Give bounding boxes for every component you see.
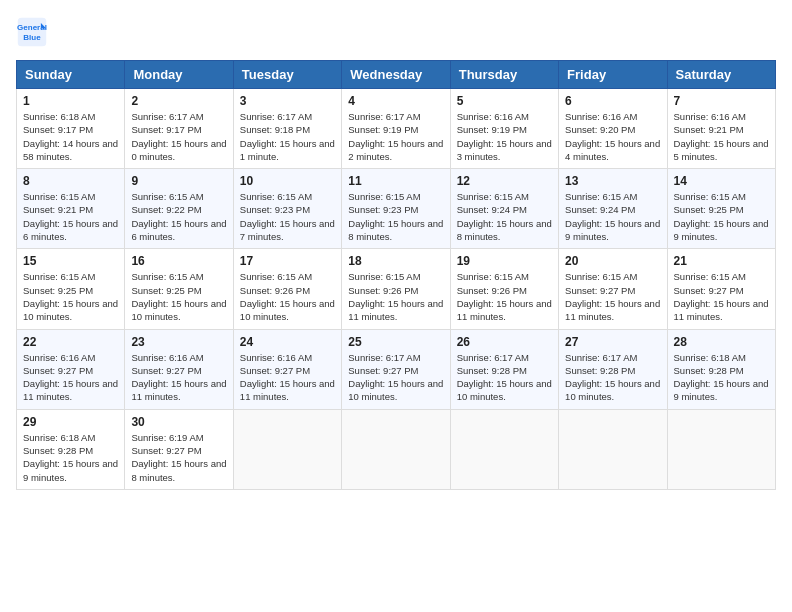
column-header-friday: Friday <box>559 61 667 89</box>
calendar-cell: 27 Sunrise: 6:17 AM Sunset: 9:28 PM Dayl… <box>559 329 667 409</box>
calendar-cell <box>233 409 341 489</box>
calendar-cell: 28 Sunrise: 6:18 AM Sunset: 9:28 PM Dayl… <box>667 329 775 409</box>
calendar-week-row: 15 Sunrise: 6:15 AM Sunset: 9:25 PM Dayl… <box>17 249 776 329</box>
day-info: Sunrise: 6:15 AM Sunset: 9:27 PM Dayligh… <box>674 270 769 323</box>
calendar-cell: 30 Sunrise: 6:19 AM Sunset: 9:27 PM Dayl… <box>125 409 233 489</box>
daylight-label: Daylight: 15 hours and 6 minutes. <box>131 218 226 242</box>
daylight-label: Daylight: 15 hours and 8 minutes. <box>131 458 226 482</box>
daylight-label: Daylight: 15 hours and 8 minutes. <box>348 218 443 242</box>
calendar-cell: 15 Sunrise: 6:15 AM Sunset: 9:25 PM Dayl… <box>17 249 125 329</box>
calendar-cell: 16 Sunrise: 6:15 AM Sunset: 9:25 PM Dayl… <box>125 249 233 329</box>
day-number: 15 <box>23 254 118 268</box>
sunset-label: Sunset: 9:28 PM <box>23 445 93 456</box>
column-header-monday: Monday <box>125 61 233 89</box>
day-info: Sunrise: 6:16 AM Sunset: 9:19 PM Dayligh… <box>457 110 552 163</box>
sunset-label: Sunset: 9:18 PM <box>240 124 310 135</box>
day-number: 2 <box>131 94 226 108</box>
day-info: Sunrise: 6:16 AM Sunset: 9:27 PM Dayligh… <box>23 351 118 404</box>
sunset-label: Sunset: 9:21 PM <box>674 124 744 135</box>
calendar-cell: 6 Sunrise: 6:16 AM Sunset: 9:20 PM Dayli… <box>559 89 667 169</box>
calendar-cell: 25 Sunrise: 6:17 AM Sunset: 9:27 PM Dayl… <box>342 329 450 409</box>
sunrise-label: Sunrise: 6:15 AM <box>131 271 203 282</box>
day-info: Sunrise: 6:15 AM Sunset: 9:24 PM Dayligh… <box>565 190 660 243</box>
daylight-label: Daylight: 15 hours and 3 minutes. <box>457 138 552 162</box>
calendar-cell: 18 Sunrise: 6:15 AM Sunset: 9:26 PM Dayl… <box>342 249 450 329</box>
sunrise-label: Sunrise: 6:15 AM <box>457 191 529 202</box>
daylight-label: Daylight: 14 hours and 58 minutes. <box>23 138 118 162</box>
sunrise-label: Sunrise: 6:16 AM <box>457 111 529 122</box>
calendar-header-row: SundayMondayTuesdayWednesdayThursdayFrid… <box>17 61 776 89</box>
calendar-cell: 21 Sunrise: 6:15 AM Sunset: 9:27 PM Dayl… <box>667 249 775 329</box>
sunrise-label: Sunrise: 6:15 AM <box>240 191 312 202</box>
sunset-label: Sunset: 9:27 PM <box>23 365 93 376</box>
calendar-cell: 24 Sunrise: 6:16 AM Sunset: 9:27 PM Dayl… <box>233 329 341 409</box>
calendar-cell: 17 Sunrise: 6:15 AM Sunset: 9:26 PM Dayl… <box>233 249 341 329</box>
calendar-cell: 10 Sunrise: 6:15 AM Sunset: 9:23 PM Dayl… <box>233 169 341 249</box>
day-info: Sunrise: 6:15 AM Sunset: 9:24 PM Dayligh… <box>457 190 552 243</box>
day-info: Sunrise: 6:15 AM Sunset: 9:25 PM Dayligh… <box>23 270 118 323</box>
calendar-cell: 14 Sunrise: 6:15 AM Sunset: 9:25 PM Dayl… <box>667 169 775 249</box>
calendar-cell: 20 Sunrise: 6:15 AM Sunset: 9:27 PM Dayl… <box>559 249 667 329</box>
sunrise-label: Sunrise: 6:15 AM <box>674 191 746 202</box>
daylight-label: Daylight: 15 hours and 10 minutes. <box>23 298 118 322</box>
column-header-tuesday: Tuesday <box>233 61 341 89</box>
day-info: Sunrise: 6:15 AM Sunset: 9:23 PM Dayligh… <box>240 190 335 243</box>
daylight-label: Daylight: 15 hours and 10 minutes. <box>240 298 335 322</box>
daylight-label: Daylight: 15 hours and 9 minutes. <box>674 218 769 242</box>
day-number: 29 <box>23 415 118 429</box>
sunset-label: Sunset: 9:17 PM <box>23 124 93 135</box>
day-number: 23 <box>131 335 226 349</box>
day-number: 5 <box>457 94 552 108</box>
day-number: 17 <box>240 254 335 268</box>
daylight-label: Daylight: 15 hours and 7 minutes. <box>240 218 335 242</box>
daylight-label: Daylight: 15 hours and 10 minutes. <box>457 378 552 402</box>
sunrise-label: Sunrise: 6:16 AM <box>240 352 312 363</box>
sunset-label: Sunset: 9:19 PM <box>457 124 527 135</box>
day-number: 30 <box>131 415 226 429</box>
day-number: 10 <box>240 174 335 188</box>
day-number: 19 <box>457 254 552 268</box>
sunset-label: Sunset: 9:28 PM <box>565 365 635 376</box>
calendar-week-row: 22 Sunrise: 6:16 AM Sunset: 9:27 PM Dayl… <box>17 329 776 409</box>
sunset-label: Sunset: 9:27 PM <box>565 285 635 296</box>
calendar-cell: 11 Sunrise: 6:15 AM Sunset: 9:23 PM Dayl… <box>342 169 450 249</box>
sunset-label: Sunset: 9:28 PM <box>457 365 527 376</box>
day-info: Sunrise: 6:15 AM Sunset: 9:26 PM Dayligh… <box>348 270 443 323</box>
calendar-cell: 5 Sunrise: 6:16 AM Sunset: 9:19 PM Dayli… <box>450 89 558 169</box>
day-number: 3 <box>240 94 335 108</box>
sunset-label: Sunset: 9:25 PM <box>131 285 201 296</box>
daylight-label: Daylight: 15 hours and 11 minutes. <box>240 378 335 402</box>
sunrise-label: Sunrise: 6:17 AM <box>565 352 637 363</box>
day-info: Sunrise: 6:17 AM Sunset: 9:18 PM Dayligh… <box>240 110 335 163</box>
calendar-cell: 4 Sunrise: 6:17 AM Sunset: 9:19 PM Dayli… <box>342 89 450 169</box>
sunrise-label: Sunrise: 6:15 AM <box>348 271 420 282</box>
sunset-label: Sunset: 9:20 PM <box>565 124 635 135</box>
day-info: Sunrise: 6:15 AM Sunset: 9:25 PM Dayligh… <box>674 190 769 243</box>
daylight-label: Daylight: 15 hours and 11 minutes. <box>565 298 660 322</box>
calendar-week-row: 1 Sunrise: 6:18 AM Sunset: 9:17 PM Dayli… <box>17 89 776 169</box>
day-info: Sunrise: 6:16 AM Sunset: 9:21 PM Dayligh… <box>674 110 769 163</box>
calendar-cell: 29 Sunrise: 6:18 AM Sunset: 9:28 PM Dayl… <box>17 409 125 489</box>
svg-text:Blue: Blue <box>23 33 41 42</box>
sunset-label: Sunset: 9:27 PM <box>674 285 744 296</box>
daylight-label: Daylight: 15 hours and 6 minutes. <box>23 218 118 242</box>
sunset-label: Sunset: 9:24 PM <box>457 204 527 215</box>
day-number: 8 <box>23 174 118 188</box>
day-info: Sunrise: 6:15 AM Sunset: 9:26 PM Dayligh… <box>240 270 335 323</box>
sunset-label: Sunset: 9:27 PM <box>131 445 201 456</box>
calendar-cell <box>450 409 558 489</box>
daylight-label: Daylight: 15 hours and 11 minutes. <box>348 298 443 322</box>
sunrise-label: Sunrise: 6:17 AM <box>131 111 203 122</box>
sunrise-label: Sunrise: 6:15 AM <box>23 191 95 202</box>
day-number: 16 <box>131 254 226 268</box>
daylight-label: Daylight: 15 hours and 5 minutes. <box>674 138 769 162</box>
calendar-cell: 19 Sunrise: 6:15 AM Sunset: 9:26 PM Dayl… <box>450 249 558 329</box>
day-info: Sunrise: 6:15 AM Sunset: 9:22 PM Dayligh… <box>131 190 226 243</box>
day-number: 7 <box>674 94 769 108</box>
daylight-label: Daylight: 15 hours and 4 minutes. <box>565 138 660 162</box>
day-number: 25 <box>348 335 443 349</box>
column-header-wednesday: Wednesday <box>342 61 450 89</box>
day-number: 11 <box>348 174 443 188</box>
logo: General Blue <box>16 16 52 48</box>
daylight-label: Daylight: 15 hours and 0 minutes. <box>131 138 226 162</box>
